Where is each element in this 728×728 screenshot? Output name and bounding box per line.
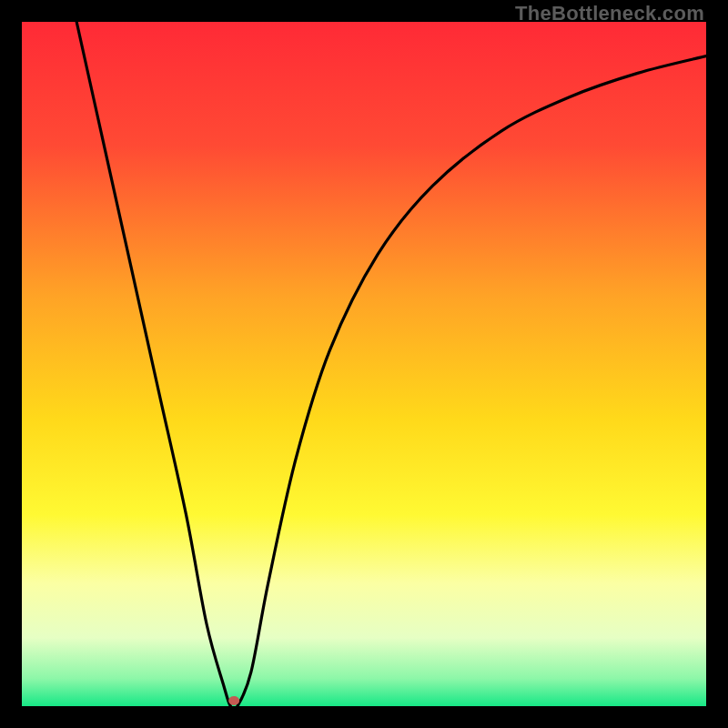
gradient-background [22,22,706,706]
minimum-marker [228,696,239,705]
bottleneck-chart [22,22,706,706]
chart-frame [22,22,706,706]
watermark-text: TheBottleneck.com [515,2,704,25]
